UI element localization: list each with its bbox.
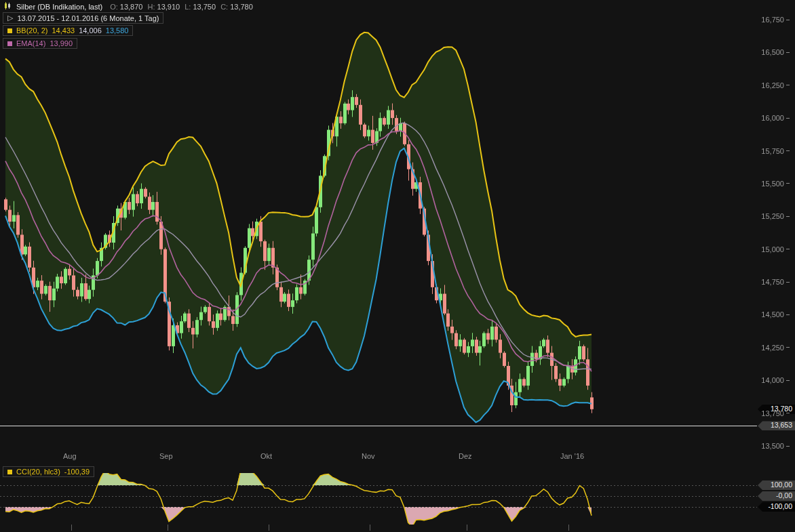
y-axis-tick: [786, 20, 790, 20]
ema-color-swatch: [7, 41, 12, 46]
y-axis-tick: [786, 380, 790, 381]
ema-value: 13,990: [50, 39, 73, 47]
bb-lower-value: 13,580: [106, 26, 129, 35]
y-axis-label: 15,250: [756, 211, 790, 221]
cci-color-swatch: [7, 470, 12, 474]
close-value: 13,780: [230, 3, 253, 11]
y-axis-label: 15,500: [756, 179, 790, 188]
open-value: 13,870: [120, 3, 143, 11]
y-axis-label: 15,750: [756, 146, 790, 156]
y-axis-label: 13,750: [756, 409, 790, 418]
y-axis-label: 16,000: [756, 113, 790, 123]
y-axis-label: 14,500: [756, 310, 790, 319]
y-axis-label: 16,500: [756, 47, 790, 57]
y-axis-tick: [786, 118, 790, 119]
bb-color-swatch: [7, 28, 12, 33]
period-box[interactable]: ▷︎ 13.07.2015 - 12.01.2016 (6 Monate, 1 …: [3, 12, 163, 24]
bb-legend-box[interactable]: BB(20, 2) 14,433 14,006 13,580: [3, 25, 133, 36]
reference-price-badge: 13,653: [758, 421, 795, 430]
y-axis-label: 14,750: [756, 277, 790, 287]
x-axis-label: Sep: [159, 452, 173, 460]
y-axis-tick: [786, 52, 790, 53]
cci-level-badge: -0,00: [758, 491, 795, 501]
y-axis-label: 16,750: [756, 15, 790, 24]
bb-middle-value: 14,006: [79, 26, 102, 35]
cci-value: -100,39: [64, 468, 90, 476]
chart-type-icon: [4, 2, 12, 11]
cci-level-badge: 100,00: [758, 480, 795, 490]
y-axis-label: 15,000: [756, 245, 790, 254]
cci-level-badge: -100,00: [758, 502, 795, 512]
ohlc-readout: O:13,870 H:13,910 L:13,750 C:13,780: [107, 3, 253, 11]
y-axis-tick: [786, 249, 790, 249]
y-axis-tick: [786, 216, 790, 217]
y-axis-tick: [786, 183, 790, 184]
y-axis-label: 14,250: [756, 343, 790, 352]
y-axis-tick: [786, 347, 790, 348]
x-axis-label: Dez: [459, 452, 472, 460]
x-axis-label: Aug: [63, 452, 77, 460]
low-value: 13,750: [193, 3, 216, 11]
cci-label: CCI(20, hlc3): [16, 468, 60, 476]
chart-application: Silber (DB Indikation, last) O:13,870 H:…: [0, 0, 795, 532]
x-axis-label: Okt: [260, 452, 272, 460]
ema-legend-box[interactable]: EMA(14) 13,990: [3, 38, 77, 49]
y-axis-tick: [786, 413, 790, 413]
ema-label: EMA(14): [16, 39, 45, 47]
y-axis-label: 13,500: [756, 441, 790, 451]
y-axis-label: 14,000: [756, 375, 790, 385]
high-label: H:: [148, 3, 155, 11]
y-axis-tick: [786, 85, 790, 85]
y-axis-tick: [786, 150, 790, 151]
x-axis-label: Jan '16: [560, 452, 584, 460]
x-axis-label: Nov: [362, 452, 375, 460]
high-value: 13,910: [157, 3, 180, 11]
clock-icon: ▷︎: [7, 14, 13, 22]
y-axis-tick: [786, 314, 790, 315]
cci-legend-box[interactable]: CCI(20, hlc3) -100,39: [3, 466, 94, 477]
y-axis-label: 16,250: [756, 81, 790, 90]
low-label: L:: [185, 3, 191, 11]
instrument-title: Silber (DB Indikation, last): [16, 3, 102, 11]
close-label: C:: [220, 3, 228, 11]
chart-canvas[interactable]: [0, 0, 795, 532]
y-axis-tick: [786, 446, 790, 447]
bb-upper-value: 14,433: [52, 26, 75, 35]
chart-header: Silber (DB Indikation, last) O:13,870 H:…: [4, 2, 253, 11]
bb-label: BB(20, 2): [16, 26, 47, 35]
open-label: O:: [110, 3, 118, 11]
period-label: 13.07.2015 - 12.01.2016 (6 Monate, 1 Tag…: [17, 14, 159, 22]
y-axis-tick: [786, 282, 790, 283]
